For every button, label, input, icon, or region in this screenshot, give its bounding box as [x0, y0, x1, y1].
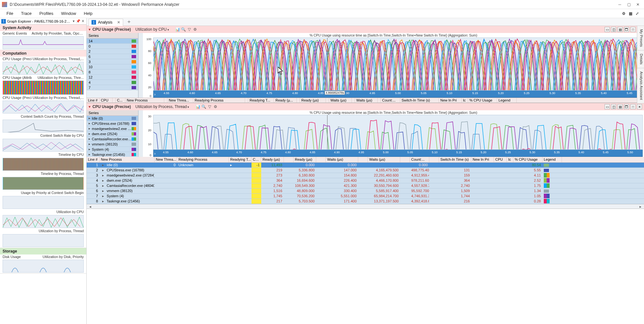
table-row[interactable]: 6▸ vmmem (38120)1,51648,809.000330.4005,… — [87, 189, 644, 194]
column-header[interactable]: Readying Process — [193, 98, 245, 103]
column-header[interactable]: Waits (µs) — [355, 98, 378, 103]
column-header[interactable] — [358, 157, 368, 162]
thumb-6[interactable] — [3, 158, 84, 171]
table-row[interactable]: 2▸ CPUStress.exe (16788)2195,336.800147.… — [87, 168, 644, 173]
thumb-2[interactable] — [3, 81, 84, 95]
series-scrollbar[interactable] — [138, 33, 143, 98]
chart-type-icon[interactable]: 📊 — [175, 27, 181, 32]
column-header[interactable]: % CPU Usage — [513, 157, 542, 162]
search-icon[interactable]: 🔍 — [181, 27, 187, 32]
gear-icon[interactable]: ⚙ — [212, 104, 218, 109]
table-row[interactable]: 1▸ Idle (0)0Unknown▸-111,4930.0000.0000.… — [87, 163, 644, 168]
filter-icon[interactable]: ▽ — [187, 27, 192, 32]
thumb-10[interactable] — [3, 234, 84, 247]
column-header[interactable] — [297, 98, 300, 103]
column-header[interactable]: Line # — [87, 98, 100, 103]
column-header[interactable]: New Process — [125, 98, 164, 103]
series-item[interactable]: ▸vmmem (38120) — [87, 142, 138, 147]
panel1-chart-area[interactable] — [153, 38, 643, 91]
sidebar-tab[interactable]: 1 Graph Explorer - PAVEL7760.09-16-2024.… — [0, 18, 86, 25]
column-header[interactable]: CPU — [100, 98, 113, 103]
column-header[interactable]: C… — [252, 157, 261, 162]
row-cpu-usage-attributed[interactable]: CPU Usage (Attributed) Utilization by Pr… — [0, 75, 86, 80]
panel1-xaxis[interactable]: › 4.554.604.654.704.754.804.854.904.955.… — [153, 91, 643, 98]
column-header[interactable]: % CPU Usage — [468, 98, 497, 103]
column-header[interactable]: Legend — [542, 157, 562, 162]
column-header[interactable]: Ic — [507, 157, 513, 162]
series-item[interactable]: 12 — [87, 75, 138, 80]
series-item[interactable]: ▸CamtasiaRecorder.exe (... — [87, 136, 138, 142]
panel2-chart-area[interactable] — [153, 115, 643, 150]
column-header[interactable]: CPU — [494, 157, 507, 162]
thumb-4[interactable] — [3, 120, 84, 133]
scroll-left-icon[interactable]: ◂ — [89, 204, 91, 209]
series-item[interactable]: 14 — [87, 38, 138, 44]
series-item[interactable]: 3 — [87, 59, 138, 64]
column-header[interactable] — [429, 157, 439, 162]
column-header[interactable] — [245, 98, 248, 103]
tab-my-presets[interactable]: My Presets — [637, 26, 644, 50]
panel2-chart[interactable]: % CPU Usage using resource time as [Swit… — [143, 110, 644, 157]
new-tab-button[interactable]: ＋ — [126, 18, 132, 25]
pin-icon[interactable]: 📌 — [76, 19, 80, 23]
column-header[interactable]: Waits (µs) — [329, 98, 352, 103]
column-header[interactable]: Waits (µs) — [326, 157, 358, 162]
series-item[interactable]: 2 — [87, 49, 138, 54]
column-header[interactable] — [284, 157, 294, 162]
column-header[interactable]: Ready (µs) — [300, 98, 326, 103]
column-header[interactable]: Count:... — [410, 157, 429, 162]
chart-type-icon[interactable]: 📊 — [195, 104, 201, 109]
table-header[interactable]: Line #New ProcessNew Threa...Readying Pr… — [87, 157, 644, 163]
series-item[interactable]: ▸msedgewebview2.exe (... — [87, 126, 138, 131]
view-graph-button[interactable]: ▭ — [605, 27, 610, 32]
section-system-activity[interactable]: System Activity — [0, 25, 86, 31]
popout-button[interactable]: 🗖 — [624, 104, 629, 109]
panel1-chart[interactable]: % CPU Usage using resource time as [Swit… — [143, 33, 644, 98]
collapse-icon[interactable]: ▾ — [89, 27, 91, 32]
section-computation[interactable]: Computation — [0, 50, 86, 57]
column-header[interactable]: Ready (µs) — [261, 157, 284, 162]
collapse-icon[interactable]: ▾ — [89, 104, 91, 109]
axis-expand-icon[interactable]: › — [154, 151, 156, 156]
row-cpu-usage-precise-2[interactable]: CPU Usage (Precise) Utilization by Proce… — [0, 95, 86, 100]
view-table-button[interactable]: ▤ — [617, 27, 623, 32]
thumb-3[interactable] — [3, 101, 84, 113]
series-item[interactable]: 0 — [87, 44, 138, 49]
search-icon[interactable]: 🔍 — [201, 104, 207, 109]
column-header[interactable]: C... — [116, 98, 125, 103]
table-row[interactable]: 5▸ CamtasiaRecorder.exe (48040)2,740108,… — [87, 183, 644, 189]
column-header[interactable]: Ready (µ... — [274, 98, 297, 103]
expand-icon[interactable]: ⤢ — [636, 11, 639, 16]
close-button[interactable]: ✕ — [636, 2, 640, 7]
panel2-subtitle[interactable]: Utilization by Process, Thread — [135, 104, 189, 109]
menu-profiles[interactable]: Profiles — [36, 10, 57, 17]
thumb-storage[interactable] — [3, 260, 84, 273]
layout-icon[interactable]: ▦ — [629, 11, 632, 16]
minimize-button[interactable]: ─ — [617, 2, 622, 7]
series-item[interactable]: ▸dwm.exe (2524) — [87, 131, 138, 136]
column-header[interactable]: Waits (µs) — [368, 157, 400, 162]
filter-icon[interactable]: ▽ — [207, 104, 212, 109]
close-panel-button[interactable]: ✕ — [637, 104, 642, 109]
column-header[interactable]: Switch-In Time (s) — [439, 157, 471, 162]
column-header[interactable]: Count:... — [381, 98, 400, 103]
thumb-7[interactable] — [3, 177, 84, 190]
row-cpu-usage-precise-1[interactable]: CPU Usage (Precise) Utilization by Proce… — [0, 57, 86, 61]
thumb-1[interactable] — [3, 62, 84, 75]
menu-trace[interactable]: Trace — [17, 10, 36, 17]
series-item[interactable]: ▸System (4) — [87, 147, 138, 152]
popout-button[interactable]: 🗖 — [624, 27, 629, 32]
thumb-9[interactable] — [3, 215, 84, 228]
view-graph-button[interactable]: ▭ — [605, 104, 610, 109]
menu-file[interactable]: File — [3, 10, 17, 17]
column-header[interactable] — [113, 98, 116, 103]
column-header[interactable]: New In Pri — [471, 157, 494, 162]
table-row[interactable]: 8▸ Taskmgr.exe (21456)2175,703.500171.40… — [87, 199, 644, 204]
series-item[interactable]: ▸Idle (0) — [87, 116, 138, 121]
column-header[interactable]: Readying Process — [177, 157, 229, 162]
row-disk-usage[interactable]: Disk Usage Utilization by Disk, Priority — [0, 254, 86, 259]
column-header[interactable]: New In Pri — [439, 98, 462, 103]
axis-expand-icon[interactable]: › — [154, 92, 156, 97]
panel1-column-headers[interactable]: Line #CPUC...New ProcessNew Threa...Read… — [87, 98, 644, 103]
column-header[interactable]: Readying T... — [248, 98, 274, 103]
